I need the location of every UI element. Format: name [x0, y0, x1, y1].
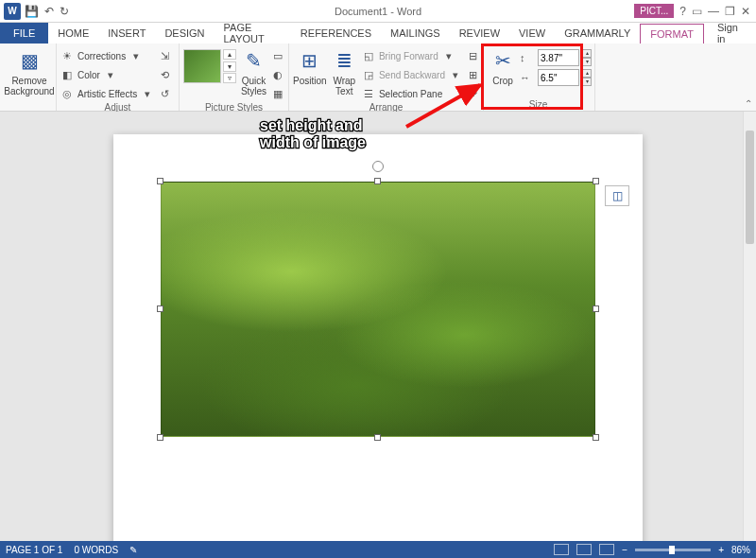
width-down-icon[interactable]: ▾: [582, 78, 592, 86]
tab-file[interactable]: FILE: [0, 23, 48, 44]
height-input[interactable]: [538, 49, 579, 66]
group-label-remove-bg: [4, 110, 52, 111]
picture-effects-button[interactable]: ◐: [271, 66, 284, 83]
height-up-icon[interactable]: ▴: [582, 49, 592, 58]
align-button[interactable]: ⊟: [466, 47, 479, 64]
page-indicator[interactable]: PAGE 1 OF 1: [6, 545, 62, 555]
style-thumb[interactable]: [183, 49, 221, 83]
tab-view[interactable]: VIEW: [509, 23, 555, 44]
undo-icon[interactable]: ↶: [44, 5, 54, 18]
read-mode-icon[interactable]: [554, 544, 569, 555]
layout-options-button[interactable]: ◫: [605, 185, 629, 206]
zoom-slider-knob[interactable]: [669, 546, 675, 554]
ribbon-tabs: FILE HOME INSERT DESIGN PAGE LAYOUT REFE…: [0, 23, 756, 44]
corrections-button[interactable]: ☀Corrections▾: [60, 47, 154, 64]
quick-styles-button[interactable]: ✎ Quick Styles: [240, 45, 267, 96]
collapse-ribbon-icon[interactable]: ⌃: [745, 98, 752, 109]
remove-background-button[interactable]: ▩ Remove Background: [4, 45, 55, 96]
word-app-icon: W: [4, 3, 21, 20]
tab-home[interactable]: HOME: [48, 23, 98, 44]
bring-forward-label: Bring Forward: [379, 51, 438, 61]
send-backward-icon: ◲: [362, 68, 375, 81]
zoom-in-button[interactable]: +: [718, 545, 724, 555]
chevron-down-icon: ▾: [442, 49, 455, 62]
resize-handle-bm[interactable]: [374, 434, 381, 441]
effects-icon: ◐: [271, 68, 284, 81]
selected-image[interactable]: ◫: [161, 182, 595, 437]
redo-icon[interactable]: ↻: [60, 5, 69, 18]
rotate-handle[interactable]: [372, 161, 384, 172]
gallery-up-icon[interactable]: ▴: [223, 49, 236, 60]
annotation-text: set height and width of image: [260, 117, 366, 151]
gallery-more-icon[interactable]: ▿: [223, 73, 236, 83]
bring-forward-button[interactable]: ◱Bring Forward▾: [362, 47, 462, 64]
tab-grammarly[interactable]: GRAMMARLY: [555, 23, 640, 44]
wrap-text-button[interactable]: ≣ Wrap Text: [331, 45, 358, 96]
tab-mailings[interactable]: MAILINGS: [381, 23, 450, 44]
ribbon: ▩ Remove Background ☀Corrections▾ ◧Color…: [0, 44, 756, 112]
vertical-scrollbar[interactable]: [743, 112, 756, 541]
resize-handle-tr[interactable]: [593, 178, 599, 184]
tab-review[interactable]: REVIEW: [450, 23, 509, 44]
sign-in-link[interactable]: Sign in: [704, 23, 756, 44]
resize-handle-mr[interactable]: [593, 305, 599, 312]
restore-icon[interactable]: ❐: [725, 5, 735, 18]
zoom-out-button[interactable]: −: [622, 545, 627, 555]
corrections-label: Corrections: [77, 51, 126, 61]
color-button[interactable]: ◧Color▾: [60, 66, 154, 83]
close-icon[interactable]: ✕: [741, 5, 750, 18]
width-input[interactable]: [538, 69, 579, 86]
crop-button[interactable]: ✂ Crop: [490, 45, 516, 86]
annotation-arrow-icon: [397, 79, 491, 136]
change-picture-icon: ⟲: [158, 68, 171, 81]
help-icon[interactable]: ?: [679, 5, 686, 18]
position-button[interactable]: ⊞ Position: [293, 45, 327, 86]
tab-references[interactable]: REFERENCES: [291, 23, 381, 44]
tab-page-layout[interactable]: PAGE LAYOUT: [215, 23, 291, 44]
tab-insert[interactable]: INSERT: [98, 23, 155, 44]
artistic-effects-button[interactable]: ◎Artistic Effects▾: [60, 85, 154, 102]
zoom-level[interactable]: 86%: [731, 545, 750, 555]
resize-handle-br[interactable]: [593, 434, 599, 441]
status-bar: PAGE 1 OF 1 0 WORDS ✎ − + 86%: [0, 541, 756, 558]
quick-styles-label: Quick Styles: [241, 76, 266, 96]
wrap-text-label: Wrap Text: [333, 76, 355, 96]
gallery-down-icon[interactable]: ▾: [223, 61, 236, 72]
height-field-row: ↕ ▴▾: [520, 49, 592, 66]
svg-line-0: [406, 85, 480, 127]
resize-handle-tl[interactable]: [157, 178, 163, 184]
picture-layout-button[interactable]: ▦: [271, 85, 284, 102]
scrollbar-thumb[interactable]: [746, 131, 754, 244]
resize-handle-bl[interactable]: [157, 434, 163, 441]
width-up-icon[interactable]: ▴: [582, 69, 592, 78]
ribbon-display-options-icon[interactable]: ▭: [692, 5, 702, 18]
selection-pane-icon: ☰: [362, 87, 375, 100]
web-layout-icon[interactable]: [599, 544, 614, 555]
zoom-slider[interactable]: [635, 549, 711, 551]
tab-format[interactable]: FORMAT: [640, 24, 704, 44]
proofing-icon[interactable]: ✎: [129, 545, 137, 555]
print-layout-icon[interactable]: [576, 544, 592, 555]
resize-handle-ml[interactable]: [157, 305, 163, 312]
reset-picture-button[interactable]: ↺: [158, 85, 171, 102]
word-count[interactable]: 0 WORDS: [74, 545, 118, 555]
crop-label: Crop: [492, 76, 513, 86]
artistic-icon: ◎: [60, 87, 74, 100]
color-label: Color: [77, 70, 100, 80]
remove-background-label: Remove Background: [4, 76, 54, 96]
tab-design[interactable]: DESIGN: [155, 23, 214, 44]
artistic-label: Artistic Effects: [77, 89, 137, 99]
width-icon: ↔: [520, 72, 535, 83]
position-label: Position: [293, 76, 327, 86]
compress-pictures-button[interactable]: ⇲: [158, 47, 171, 64]
resize-handle-tm[interactable]: [374, 178, 381, 184]
inserted-picture[interactable]: [161, 182, 595, 437]
minimize-icon[interactable]: —: [708, 5, 719, 18]
change-picture-button[interactable]: ⟲: [158, 66, 171, 83]
picture-styles-gallery[interactable]: ▴ ▾ ▿: [183, 45, 236, 83]
picture-border-button[interactable]: ▭: [271, 47, 284, 64]
layout-icon: ▦: [271, 87, 284, 100]
annotation-line2: width of image: [260, 134, 366, 151]
height-down-icon[interactable]: ▾: [582, 58, 592, 66]
save-icon[interactable]: 💾: [25, 5, 39, 18]
